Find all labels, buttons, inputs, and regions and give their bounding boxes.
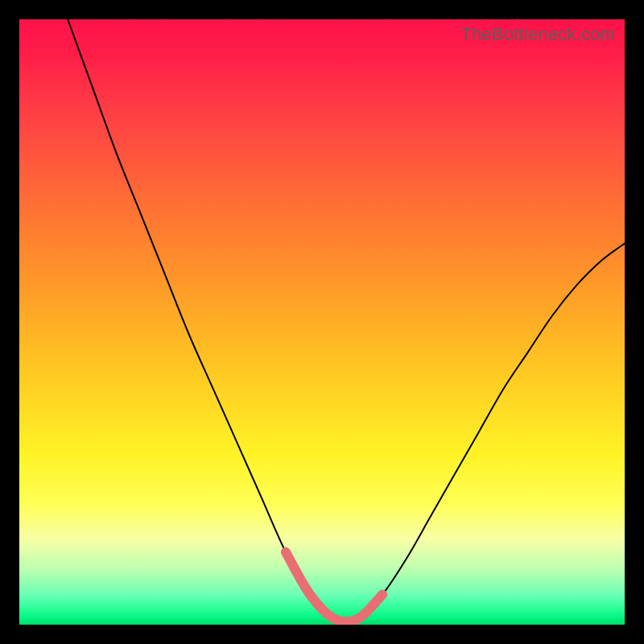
plot-area: TheBottleneck.com <box>19 19 625 625</box>
selected-range-highlight <box>286 552 382 621</box>
bottleneck-curve <box>68 19 625 621</box>
watermark-text: TheBottleneck.com <box>460 24 615 45</box>
chart-frame: TheBottleneck.com <box>0 0 644 644</box>
chart-svg <box>19 19 625 625</box>
